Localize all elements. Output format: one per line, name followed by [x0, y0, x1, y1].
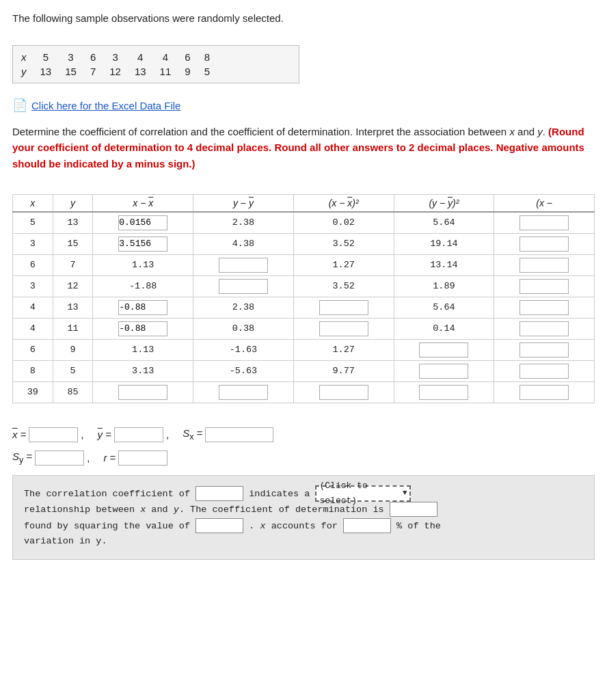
- calc-cell-y: 5: [53, 360, 93, 381]
- x-xbar-input[interactable]: [118, 237, 167, 252]
- calc-cell-product[interactable]: [494, 297, 595, 318]
- calc-cell-x-xbar[interactable]: [93, 318, 193, 339]
- corr-pct-input[interactable]: [343, 518, 391, 533]
- calc-cell-x-xbar-sq: 3.52: [293, 233, 394, 254]
- excel-link-row: 📄 Click here for the Excel Data File: [12, 98, 595, 113]
- y-ybar-input-empty[interactable]: [219, 385, 268, 400]
- product-input[interactable]: [520, 279, 569, 294]
- calc-cell-y-ybar-sq[interactable]: [394, 339, 494, 360]
- sy-input[interactable]: [35, 450, 84, 466]
- product-input[interactable]: [520, 237, 569, 252]
- product-input[interactable]: [520, 321, 569, 336]
- calc-cell-y: 11: [53, 318, 93, 339]
- calc-cell-y: 13: [53, 297, 93, 318]
- x-xbar-sq-input[interactable]: [319, 385, 368, 400]
- data-table-cell: 13: [33, 64, 59, 79]
- corr-det-input[interactable]: [390, 502, 437, 517]
- col-header-x-xbar: x − x: [93, 194, 193, 212]
- calc-cell-product[interactable]: [494, 254, 595, 275]
- corr-line-1: The correlation coefficient of indicates…: [24, 485, 583, 502]
- calc-cell-y-ybar[interactable]: [193, 275, 294, 297]
- data-table-cell: 8: [198, 50, 217, 64]
- question-period: .: [543, 126, 548, 137]
- calc-cell-y-ybar-sq: 19.14: [394, 233, 494, 254]
- calc-cell-y-ybar[interactable]: [193, 381, 294, 403]
- calc-cell-y-ybar: -1.63: [193, 339, 294, 360]
- calc-cell-x: 4: [13, 297, 53, 318]
- calc-cell-y-ybar: 0.38: [193, 318, 294, 339]
- sx-input[interactable]: [205, 427, 273, 442]
- calc-cell-product[interactable]: [494, 360, 595, 381]
- x-xbar-sq-input[interactable]: [319, 300, 368, 315]
- calc-cell-x: 3: [13, 233, 53, 254]
- calc-cell-x: 8: [13, 360, 53, 381]
- calc-cell-x-xbar[interactable]: [93, 212, 193, 234]
- r-input[interactable]: [118, 450, 167, 466]
- calc-cell-y: 12: [53, 275, 93, 297]
- excel-link[interactable]: Click here for the Excel Data File: [31, 100, 180, 111]
- corr-dropdown[interactable]: (Click to select) ▼: [315, 485, 411, 502]
- x-xbar-input[interactable]: [118, 300, 167, 315]
- product-input[interactable]: [520, 385, 569, 400]
- x-xbar-input-empty[interactable]: [118, 385, 167, 400]
- product-input[interactable]: [520, 215, 569, 230]
- corr-line-3: found by squaring the value of . x accou…: [24, 518, 583, 535]
- calc-cell-y: 15: [53, 233, 93, 254]
- data-table-cell: 7: [83, 64, 103, 79]
- y-ybar-input-empty[interactable]: [219, 279, 268, 294]
- calc-cell-product[interactable]: [494, 318, 595, 339]
- calc-cell-x-xbar-sq[interactable]: [293, 381, 394, 403]
- r-label: r =: [103, 452, 116, 463]
- data-table-cell: 6: [178, 50, 197, 64]
- calc-cell-y-ybar-sq: 5.64: [394, 212, 494, 234]
- calc-cell-x-xbar[interactable]: [93, 297, 193, 318]
- calc-cell-x-xbar-sq: 9.77: [293, 360, 394, 381]
- calc-cell-x: 4: [13, 318, 53, 339]
- y-ybar-sq-input[interactable]: [419, 385, 468, 400]
- data-table-cell: 5: [198, 64, 217, 79]
- product-input[interactable]: [520, 300, 569, 315]
- corr-coeff-input[interactable]: [195, 486, 243, 501]
- calc-cell-x-xbar-sq[interactable]: [293, 318, 394, 339]
- calc-cell-x-xbar: 3.13: [93, 360, 193, 381]
- data-table-cell: 3: [58, 50, 83, 64]
- data-table-label: x: [18, 50, 33, 64]
- ybar-input[interactable]: [114, 427, 163, 442]
- question-text: Determine the coefficient of correlation…: [12, 124, 595, 172]
- calc-cell-x-xbar-sq[interactable]: [293, 297, 394, 318]
- calc-cell-y-ybar-sq: 1.89: [394, 275, 494, 297]
- calc-cell-y-ybar[interactable]: [193, 254, 294, 275]
- product-input[interactable]: [520, 364, 569, 379]
- calc-cell-x-xbar-sq: 0.02: [293, 212, 394, 234]
- calc-cell-y-ybar: 4.38: [193, 233, 294, 254]
- calc-cell-x-xbar[interactable]: [93, 381, 193, 403]
- sx-label: Sx =: [183, 427, 202, 442]
- product-input[interactable]: [520, 258, 569, 273]
- data-table-cell: 4: [128, 50, 153, 64]
- data-table: x53634468y1315712131195: [18, 50, 217, 79]
- calc-cell-x-xbar[interactable]: [93, 233, 193, 254]
- x-xbar-input[interactable]: [118, 321, 167, 336]
- calc-cell-y-ybar-sq: 13.14: [394, 254, 494, 275]
- y-ybar-sq-input[interactable]: [419, 364, 468, 379]
- data-table-wrapper: x53634468y1315712131195: [12, 45, 299, 83]
- calc-cell-y-ybar-sq[interactable]: [394, 381, 494, 403]
- product-input[interactable]: [520, 342, 569, 358]
- y-ybar-input-empty[interactable]: [219, 258, 268, 273]
- calc-cell-y-ybar-sq[interactable]: [394, 360, 494, 381]
- calc-cell-product[interactable]: [494, 275, 595, 297]
- data-table-cell: 11: [153, 64, 178, 79]
- corr-sq-input[interactable]: [195, 518, 243, 533]
- y-ybar-sq-input[interactable]: [419, 342, 468, 358]
- summary-row-1: x = , y = , Sx =: [12, 427, 595, 442]
- xbar-input[interactable]: [29, 427, 78, 442]
- calc-cell-product[interactable]: [494, 339, 595, 360]
- calc-cell-product[interactable]: [494, 381, 595, 403]
- x-xbar-sq-input[interactable]: [319, 321, 368, 336]
- dropdown-arrow-icon: ▼: [403, 487, 407, 500]
- calc-cell-product[interactable]: [494, 233, 595, 254]
- x-xbar-input[interactable]: [118, 215, 167, 230]
- data-table-cell: 6: [83, 50, 103, 64]
- calc-cell-y-ybar: 2.38: [193, 297, 294, 318]
- calc-cell-product[interactable]: [494, 212, 595, 234]
